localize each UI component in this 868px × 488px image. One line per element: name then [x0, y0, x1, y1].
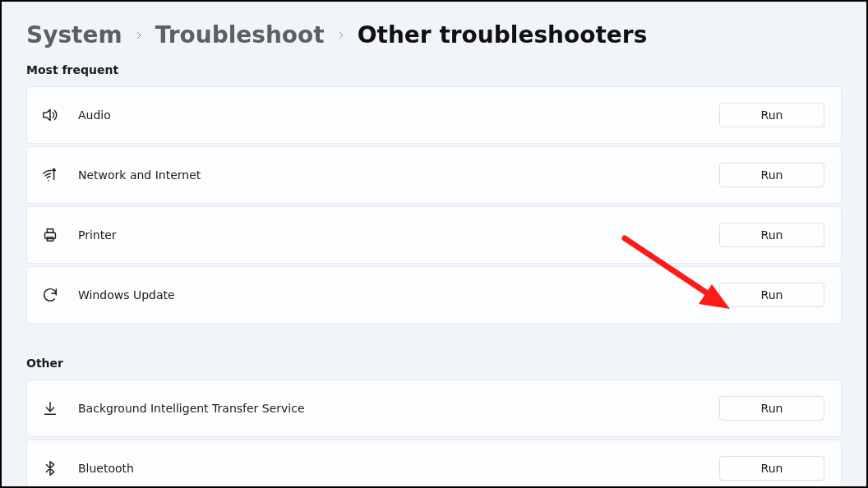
troubleshooter-label: Windows Update: [78, 288, 719, 302]
svg-marker-0: [44, 110, 50, 121]
run-button-windows-update[interactable]: Run: [719, 283, 824, 307]
troubleshooter-label: Bluetooth: [78, 462, 719, 475]
page-title: Other troubleshooters: [358, 21, 648, 48]
troubleshooter-label: Printer: [78, 228, 719, 242]
update-icon: [40, 285, 60, 305]
svg-rect-4: [47, 229, 53, 233]
breadcrumb: System Troubleshoot Other troubleshooter…: [26, 21, 842, 48]
network-icon: [40, 165, 60, 185]
troubleshooter-row-bluetooth: Bluetooth Run: [26, 440, 842, 488]
troubleshooter-label: Network and Internet: [78, 168, 719, 182]
chevron-right-icon: [336, 26, 346, 44]
printer-icon: [40, 225, 60, 245]
troubleshooter-row-network: Network and Internet Run: [26, 146, 842, 204]
troubleshooter-row-windows-update: Windows Update Run: [26, 266, 842, 324]
svg-point-1: [48, 180, 48, 181]
troubleshooter-label: Background Intelligent Transfer Service: [78, 402, 719, 415]
run-button-network[interactable]: Run: [719, 163, 824, 187]
section-label-most-frequent: Most frequent: [26, 63, 842, 76]
troubleshooter-row-audio: Audio Run: [26, 86, 842, 144]
chevron-right-icon: [134, 26, 144, 44]
troubleshooter-label: Audio: [78, 108, 719, 122]
run-button-bluetooth[interactable]: Run: [719, 456, 824, 481]
svg-point-2: [53, 168, 54, 170]
most-frequent-list: Audio Run Network and Internet Run: [26, 86, 842, 324]
download-icon: [40, 398, 60, 418]
run-button-printer[interactable]: Run: [719, 223, 824, 247]
bluetooth-icon: [40, 458, 60, 478]
breadcrumb-troubleshoot[interactable]: Troubleshoot: [155, 21, 325, 48]
section-label-other: Other: [26, 357, 842, 370]
svg-rect-3: [45, 232, 56, 238]
run-button-audio[interactable]: Run: [719, 103, 824, 127]
other-list: Background Intelligent Transfer Service …: [26, 380, 842, 488]
troubleshooter-row-bits: Background Intelligent Transfer Service …: [26, 380, 842, 437]
audio-icon: [40, 105, 60, 125]
troubleshooter-row-printer: Printer Run: [26, 206, 842, 264]
run-button-bits[interactable]: Run: [719, 396, 824, 421]
breadcrumb-system[interactable]: System: [26, 21, 122, 48]
